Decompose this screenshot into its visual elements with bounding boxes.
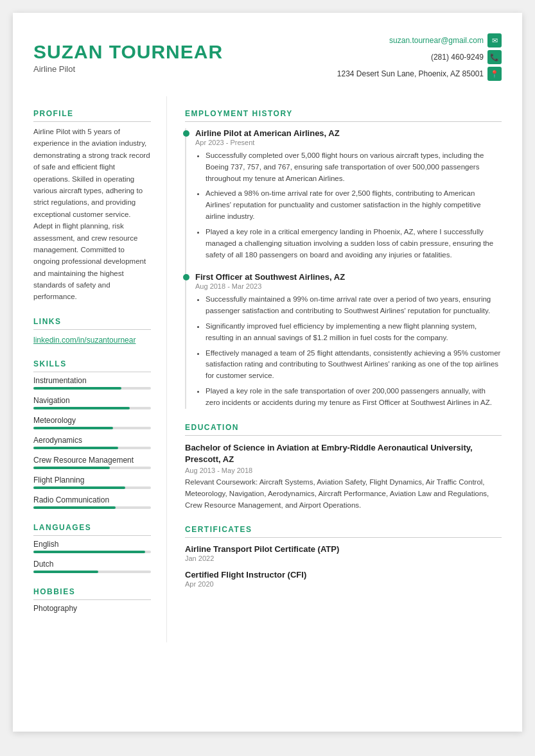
job-bullet: Successfully completed over 5,000 flight… bbox=[206, 150, 502, 184]
left-column: PROFILE Airline Pilot with 5 years of ex… bbox=[13, 96, 167, 642]
education-dates: Aug 2013 - May 2018 bbox=[185, 467, 502, 474]
skill-item: Flight Planning bbox=[33, 476, 151, 489]
language-item: Dutch bbox=[33, 560, 151, 573]
language-label: English bbox=[33, 540, 151, 549]
skills-list: Instrumentation Navigation Meteorology A… bbox=[33, 376, 151, 509]
certificate-title: Airline Transport Pilot Certificate (ATP… bbox=[185, 544, 502, 554]
skill-label: Crew Resource Management bbox=[33, 456, 151, 465]
profile-section: PROFILE Airline Pilot with 5 years of ex… bbox=[33, 109, 151, 303]
education-coursework: Relevant Coursework: Aircraft Systems, A… bbox=[185, 477, 502, 511]
job-title: Airline Pilot at American Airlines, AZ bbox=[195, 128, 502, 138]
skill-item: Meteorology bbox=[33, 416, 151, 429]
job-bullets: Successfully completed over 5,000 flight… bbox=[195, 150, 502, 261]
linkedin-link[interactable]: linkedin.com/in/suzantournear bbox=[33, 336, 136, 345]
education-title-text: Bachelor of Science in Aviation at Embry… bbox=[185, 442, 502, 465]
skill-item: Aerodynamics bbox=[33, 436, 151, 449]
location-icon: 📍 bbox=[487, 67, 502, 81]
skill-label: Aerodynamics bbox=[33, 436, 151, 445]
skill-bar-bg bbox=[33, 506, 151, 509]
resume-container: SUZAN TOURNEAR Airline Pilot suzan.tourn… bbox=[13, 13, 522, 732]
skill-bar-fill bbox=[33, 467, 110, 469]
body: PROFILE Airline Pilot with 5 years of ex… bbox=[13, 96, 522, 642]
skill-bar-bg bbox=[33, 447, 151, 449]
language-bar-bg bbox=[33, 571, 151, 573]
certificate-date: Apr 2020 bbox=[185, 580, 502, 588]
job-dot bbox=[183, 130, 189, 137]
employment-title: EMPLOYMENT HISTORY bbox=[185, 109, 502, 122]
hobbies-title: HOBBIES bbox=[33, 587, 151, 600]
job-entry: Airline Pilot at American Airlines, AZ A… bbox=[186, 128, 502, 261]
header-left: SUZAN TOURNEAR Airline Pilot bbox=[33, 41, 337, 74]
candidate-title: Airline Pilot bbox=[33, 64, 337, 74]
email-icon: ✉ bbox=[487, 33, 502, 47]
right-column: EMPLOYMENT HISTORY Airline Pilot at Amer… bbox=[167, 96, 522, 642]
phone-icon: 📞 bbox=[487, 50, 502, 64]
employment-section: EMPLOYMENT HISTORY Airline Pilot at Amer… bbox=[185, 109, 502, 409]
language-label: Dutch bbox=[33, 560, 151, 569]
skill-bar-fill bbox=[33, 447, 118, 449]
job-bullet: Played a key role in a critical emergenc… bbox=[206, 227, 502, 261]
skill-bar-fill bbox=[33, 427, 113, 429]
links-title: LINKS bbox=[33, 317, 151, 330]
job-bullet: Played a key role in the safe transporta… bbox=[206, 386, 502, 409]
education-entry: Bachelor of Science in Aviation at Embry… bbox=[185, 442, 502, 511]
certificate-entry: Airline Transport Pilot Certificate (ATP… bbox=[185, 544, 502, 562]
job-title: First Officer at Southwest Airlines, AZ bbox=[195, 272, 502, 282]
phone-text: (281) 460-9249 bbox=[431, 53, 484, 62]
job-entry: First Officer at Southwest Airlines, AZ … bbox=[186, 272, 502, 408]
skill-item: Navigation bbox=[33, 396, 151, 409]
skill-bar-bg bbox=[33, 427, 151, 429]
job-dates: Apr 2023 - Present bbox=[195, 139, 502, 146]
job-bullet: Successfully maintained a 99% on-time ar… bbox=[206, 294, 502, 317]
skill-item: Instrumentation bbox=[33, 376, 151, 390]
certificates-section: CERTIFICATES Airline Transport Pilot Cer… bbox=[185, 525, 502, 588]
header-right: suzan.tournear@gmail.com ✉ (281) 460-924… bbox=[337, 33, 502, 81]
email-link[interactable]: suzan.tournear@gmail.com bbox=[389, 36, 484, 45]
education-section: EDUCATION Bachelor of Science in Aviatio… bbox=[185, 423, 502, 511]
skill-label: Meteorology bbox=[33, 416, 151, 425]
hobby-item: Photography bbox=[33, 604, 151, 613]
job-dot bbox=[183, 274, 189, 280]
address-row: 1234 Desert Sun Lane, Phoenix, AZ 85001 … bbox=[337, 67, 502, 81]
certificate-title: Certified Flight Instructor (CFI) bbox=[185, 570, 502, 580]
certificates-title: CERTIFICATES bbox=[185, 525, 502, 538]
certificates-list: Airline Transport Pilot Certificate (ATP… bbox=[185, 544, 502, 588]
skill-bar-fill bbox=[33, 486, 125, 489]
education-title: EDUCATION bbox=[185, 423, 502, 436]
certificate-date: Jan 2022 bbox=[185, 554, 502, 562]
job-bullet: Significantly improved fuel efficiency b… bbox=[206, 321, 502, 344]
phone-row: (281) 460-9249 📞 bbox=[431, 50, 502, 64]
skills-title: SKILLS bbox=[33, 359, 151, 372]
skill-bar-fill bbox=[33, 506, 116, 509]
job-dates: Aug 2018 - Mar 2023 bbox=[195, 282, 502, 290]
skill-bar-fill bbox=[33, 407, 130, 409]
skill-item: Radio Communication bbox=[33, 495, 151, 509]
hobbies-section: HOBBIES Photography bbox=[33, 587, 151, 613]
language-bar-bg bbox=[33, 551, 151, 553]
skill-bar-bg bbox=[33, 486, 151, 489]
skill-label: Flight Planning bbox=[33, 476, 151, 485]
job-bullets: Successfully maintained a 99% on-time ar… bbox=[195, 294, 502, 408]
links-section: LINKS linkedin.com/in/suzantournear bbox=[33, 317, 151, 345]
profile-title: PROFILE bbox=[33, 109, 151, 122]
language-bar-fill bbox=[33, 551, 145, 553]
languages-title: LANGUAGES bbox=[33, 523, 151, 536]
address-text: 1234 Desert Sun Lane, Phoenix, AZ 85001 bbox=[337, 69, 484, 78]
header: SUZAN TOURNEAR Airline Pilot suzan.tourn… bbox=[13, 13, 522, 96]
skill-label: Instrumentation bbox=[33, 376, 151, 385]
hobbies-list: Photography bbox=[33, 604, 151, 613]
email-text: suzan.tournear@gmail.com bbox=[389, 36, 484, 45]
skill-bar-bg bbox=[33, 407, 151, 409]
education-list: Bachelor of Science in Aviation at Embry… bbox=[185, 442, 502, 511]
language-bar-fill bbox=[33, 571, 98, 573]
skill-item: Crew Resource Management bbox=[33, 456, 151, 469]
candidate-name: SUZAN TOURNEAR bbox=[33, 41, 337, 63]
certificate-entry: Certified Flight Instructor (CFI) Apr 20… bbox=[185, 570, 502, 588]
jobs-list: Airline Pilot at American Airlines, AZ A… bbox=[185, 128, 502, 409]
profile-text: Airline Pilot with 5 years of experience… bbox=[33, 126, 151, 303]
skill-label: Radio Communication bbox=[33, 495, 151, 504]
languages-list: English Dutch bbox=[33, 540, 151, 573]
job-bullet: Effectively managed a team of 25 flight … bbox=[206, 348, 502, 382]
skill-bar-fill bbox=[33, 387, 121, 390]
skill-bar-bg bbox=[33, 387, 151, 390]
